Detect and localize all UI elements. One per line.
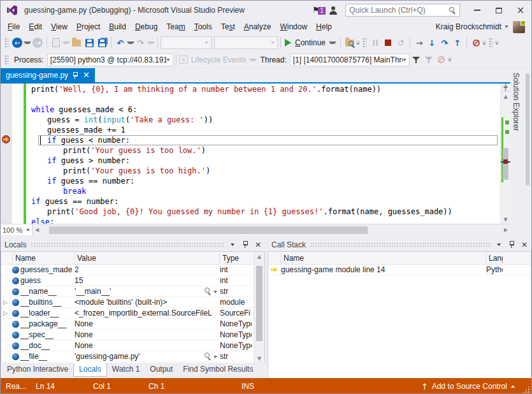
menu-debug[interactable]: Debug: [131, 21, 162, 33]
scrollbar-thumb[interactable]: [256, 266, 262, 341]
code-line[interactable]: print('Good job, {0}! You guessed my num…: [1, 207, 500, 217]
toolbar-drag-grip[interactable]: [4, 38, 8, 48]
step-over-button[interactable]: ↷: [438, 36, 451, 50]
redo-dropdown[interactable]: [147, 41, 155, 44]
tab-close-icon[interactable]: ✕: [83, 72, 90, 78]
scrollbar-track[interactable]: [501, 101, 510, 215]
close-icon[interactable]: ✕: [520, 240, 529, 249]
suspend-threads-button[interactable]: [435, 53, 448, 67]
menu-team[interactable]: Team: [162, 21, 189, 33]
menu-analyze[interactable]: Analyze: [240, 21, 276, 33]
toolbar-drag-grip[interactable]: [489, 38, 492, 48]
tab-find-symbol-results[interactable]: Find Symbol Results: [178, 363, 258, 376]
thread-combo[interactable]: [1] [140017000875776] MainThread: [290, 54, 410, 66]
code-line[interactable]: if guess == number:: [1, 196, 500, 207]
tab-watch-1[interactable]: Watch 1: [107, 363, 145, 376]
scroll-down-icon[interactable]: ▼: [254, 354, 264, 363]
expander-icon[interactable]: ▷: [1, 297, 10, 307]
configuration-combo[interactable]: [161, 36, 212, 49]
toolbar-drag-grip[interactable]: [363, 38, 366, 48]
scrollbar-thumb[interactable]: [503, 148, 508, 180]
feedback-button[interactable]: ⚑ 1: [312, 6, 320, 15]
process-combo[interactable]: [25590] python3 @ tcp://40.83.191: [47, 54, 173, 66]
scroll-up-icon[interactable]: ▲: [254, 252, 264, 261]
break-all-button[interactable]: [369, 36, 382, 50]
locals-row[interactable]: guesses_made2int: [1, 265, 254, 275]
tab-guessing-game[interactable]: guessing-game.py ✕: [1, 68, 95, 82]
new-project-button[interactable]: [50, 36, 62, 50]
toolbar-overflow-button[interactable]: [356, 41, 360, 45]
close-icon[interactable]: ✕: [254, 240, 262, 249]
user-avatar[interactable]: [513, 21, 525, 33]
code-line[interactable]: if guess > number:: [1, 156, 500, 166]
locals-panel-header[interactable]: Locals ✕: [1, 238, 265, 251]
callstack-row[interactable]: guessing-game module line 14Python: [268, 265, 531, 275]
minimize-button[interactable]: [466, 1, 488, 19]
code-line[interactable]: else:: [1, 217, 500, 224]
locals-row[interactable]: __doc__NoneNoneType: [1, 340, 254, 351]
show-threads-in-source-button[interactable]: [343, 36, 356, 50]
code-pane[interactable]: print('Well, {0}, I am thinking of a num…: [1, 84, 500, 224]
code-line[interactable]: if guess == number:: [1, 176, 500, 186]
locals-row[interactable]: __name__'__main__'str: [1, 286, 254, 297]
hscrollbar-thumb[interactable]: [49, 226, 368, 234]
quick-launch-input[interactable]: Quick Launch (Ctrl+Q): [345, 4, 460, 17]
menu-project[interactable]: Project: [72, 21, 104, 33]
window-resize-grip[interactable]: [522, 386, 530, 393]
code-line[interactable]: guesses_made += 1: [1, 125, 500, 135]
toggle-breakpoints-button[interactable]: [470, 36, 482, 50]
editor-vertical-scrollbar[interactable]: ╪ ▲ ▼: [500, 84, 510, 224]
tab-locals[interactable]: Locals: [73, 363, 107, 377]
navigate-back-button[interactable]: ←: [11, 36, 24, 50]
menu-file[interactable]: File: [3, 21, 24, 33]
menu-test[interactable]: Test: [217, 21, 240, 33]
close-button[interactable]: ×: [510, 1, 531, 19]
code-line[interactable]: break: [1, 186, 500, 196]
menu-tools[interactable]: Tools: [190, 21, 217, 33]
expander-icon[interactable]: ▷: [1, 308, 10, 318]
value-inspect-button[interactable]: [203, 353, 217, 360]
hscrollbar-track[interactable]: [41, 224, 501, 235]
add-to-source-control-button[interactable]: ↑ Add to Source Control: [421, 382, 515, 391]
column-header-value[interactable]: Value: [75, 252, 220, 264]
stop-debugging-button[interactable]: [382, 36, 394, 50]
column-header-name[interactable]: Name: [13, 252, 75, 264]
code-line[interactable]: print('Your guess is too low.'): [1, 145, 500, 156]
scroll-up-icon[interactable]: ▲: [501, 92, 510, 101]
locals-row[interactable]: guess15int: [1, 275, 254, 286]
toolbar-drag-grip[interactable]: [4, 55, 8, 65]
code-line[interactable]: guess = int(input('Take a guess: ')): [1, 115, 500, 125]
undo-dropdown[interactable]: [127, 41, 134, 44]
code-line[interactable]: while guesses_made < 6:: [1, 105, 500, 115]
send-feedback-smiley-icon[interactable]: [329, 6, 338, 15]
locals-scrollbar[interactable]: ▲ ▼: [254, 252, 264, 363]
platform-combo[interactable]: [214, 36, 278, 49]
toolbar-overflow-button[interactable]: [482, 41, 486, 45]
menu-window[interactable]: Window: [275, 21, 312, 33]
filter-threads-button[interactable]: [410, 53, 422, 67]
locals-row[interactable]: ▷__loader__<_frozen_importlib_external.S…: [1, 308, 254, 319]
navigate-back-dropdown[interactable]: [24, 41, 31, 44]
new-project-dropdown[interactable]: [62, 41, 70, 44]
signed-in-user[interactable]: Kraig Brockschmidt: [436, 22, 501, 31]
flag-threads-filter-button[interactable]: [422, 53, 435, 67]
scroll-left-icon[interactable]: ◀: [32, 227, 41, 233]
menu-edit[interactable]: Edit: [24, 21, 47, 33]
scroll-down-icon[interactable]: ▼: [501, 215, 510, 224]
pin-icon[interactable]: [241, 241, 250, 248]
user-dropdown-caret-icon[interactable]: [505, 26, 508, 28]
tab-output[interactable]: Output: [145, 363, 178, 376]
column-header-name[interactable]: Name: [281, 252, 486, 264]
window-position-dropdown-icon[interactable]: [494, 244, 503, 246]
locals-row[interactable]: __file__'guessing-game.py'str: [1, 351, 254, 362]
scroll-right-icon[interactable]: ▶: [501, 227, 510, 233]
menu-view[interactable]: View: [47, 21, 72, 33]
menu-help[interactable]: Help: [312, 21, 336, 33]
code-line-current[interactable]: if guess < number:: [1, 135, 500, 145]
value-inspect-button[interactable]: [203, 288, 217, 295]
save-button[interactable]: [83, 36, 96, 50]
redo-button[interactable]: ↷: [134, 36, 147, 50]
locals-row[interactable]: __package__NoneNoneType: [1, 319, 254, 330]
step-into-button[interactable]: ↓: [426, 36, 438, 50]
lifecycle-events-dropdown[interactable]: [249, 59, 257, 61]
